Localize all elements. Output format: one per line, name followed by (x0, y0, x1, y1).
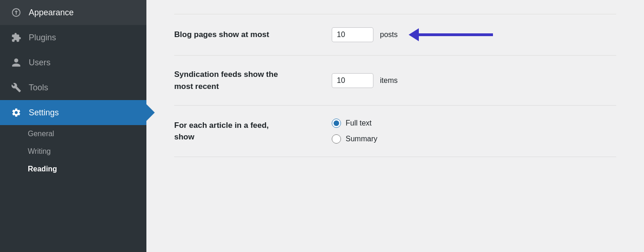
sidebar-item-tools[interactable]: Tools (0, 75, 146, 100)
arrow-head (409, 28, 419, 41)
blog-pages-field: posts (332, 27, 616, 42)
syndication-feeds-label: Syndication feeds show the most recent (174, 69, 332, 92)
blog-pages-unit: posts (380, 31, 398, 39)
sidebar-item-tools-label: Tools (29, 83, 48, 93)
main-content: Blog pages show at most posts Syndicatio… (146, 0, 644, 252)
settings-icon (10, 107, 22, 118)
sidebar-item-plugins[interactable]: Plugins (0, 25, 146, 50)
sidebar-item-settings-label: Settings (29, 108, 59, 118)
syndication-feeds-unit: items (380, 76, 398, 85)
blog-pages-row: Blog pages show at most posts (174, 14, 616, 56)
radio-summary[interactable] (332, 134, 341, 144)
plugins-icon (10, 32, 22, 43)
feed-article-row: For each article in a feed, show Full te… (174, 106, 616, 157)
submenu-item-general[interactable]: General (0, 125, 146, 143)
radio-full-text-label: Full text (346, 119, 372, 127)
appearance-icon (10, 7, 22, 18)
arrow-line (419, 33, 493, 36)
sidebar-item-users[interactable]: Users (0, 50, 146, 75)
arrow-annotation (409, 28, 493, 41)
sidebar-item-users-label: Users (29, 58, 51, 68)
syndication-feeds-row: Syndication feeds show the most recent i… (174, 56, 616, 106)
sidebar-item-settings[interactable]: Settings (0, 100, 146, 125)
radio-summary-label: Summary (346, 135, 377, 143)
submenu-item-reading[interactable]: Reading (0, 160, 146, 178)
tools-icon (10, 82, 22, 93)
sidebar: Appearance Plugins Users Tools Settings … (0, 0, 146, 252)
sidebar-item-plugins-label: Plugins (29, 33, 56, 43)
sidebar-item-appearance[interactable]: Appearance (0, 0, 146, 25)
radio-full-text[interactable] (332, 119, 341, 128)
feed-display-radio-group: Full text Summary (332, 119, 377, 144)
settings-submenu: General Writing Reading (0, 125, 146, 178)
submenu-item-writing[interactable]: Writing (0, 143, 146, 160)
radio-option-full-text[interactable]: Full text (332, 119, 377, 128)
syndication-feeds-field: items (332, 73, 616, 88)
users-icon (10, 57, 22, 68)
sidebar-item-appearance-label: Appearance (29, 8, 74, 18)
blog-pages-input[interactable] (332, 27, 373, 42)
syndication-feeds-input[interactable] (332, 73, 373, 88)
blog-pages-label: Blog pages show at most (174, 29, 332, 41)
feed-article-field: Full text Summary (332, 119, 616, 144)
radio-option-summary[interactable]: Summary (332, 134, 377, 144)
feed-article-label: For each article in a feed, show (174, 120, 332, 143)
